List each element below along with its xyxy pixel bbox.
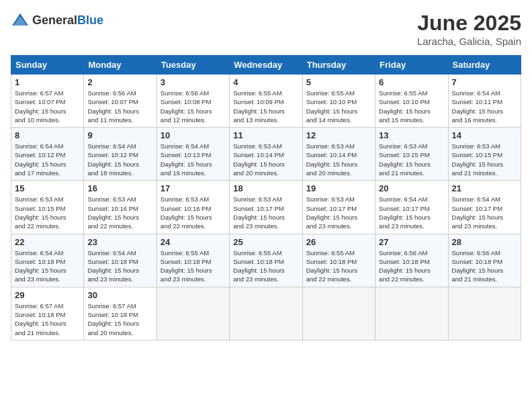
location-title: Laracha, Galicia, Spain xyxy=(417,36,521,47)
day-number: 15 xyxy=(15,183,80,193)
day-info: Sunrise: 6:55 AM Sunset: 10:10 PM Daylig… xyxy=(306,89,371,124)
day-number: 11 xyxy=(233,130,298,140)
day-info: Sunrise: 6:53 AM Sunset: 10:15 PM Daylig… xyxy=(15,195,80,230)
day-info: Sunrise: 6:53 AM Sunset: 10:15 PM Daylig… xyxy=(379,142,444,177)
day-number: 17 xyxy=(161,183,226,193)
logo: GeneralBlue xyxy=(11,11,103,30)
week-row-1: 8Sunrise: 6:54 AM Sunset: 10:12 PM Dayli… xyxy=(11,128,521,181)
day-cell: 27Sunrise: 6:56 AM Sunset: 10:18 PM Dayl… xyxy=(375,234,448,287)
day-cell: 5Sunrise: 6:55 AM Sunset: 10:10 PM Dayli… xyxy=(302,75,375,128)
day-cell: 26Sunrise: 6:55 AM Sunset: 10:18 PM Dayl… xyxy=(302,234,375,287)
day-number: 21 xyxy=(452,183,517,193)
day-cell: 16Sunrise: 6:53 AM Sunset: 10:16 PM Dayl… xyxy=(84,181,157,234)
day-info: Sunrise: 6:56 AM Sunset: 10:08 PM Daylig… xyxy=(161,89,226,124)
day-cell: 30Sunrise: 6:57 AM Sunset: 10:18 PM Dayl… xyxy=(84,287,157,340)
month-title: June 2025 xyxy=(417,11,521,36)
header-monday: Monday xyxy=(84,56,157,75)
logo-icon xyxy=(11,11,30,30)
day-number: 16 xyxy=(87,183,152,193)
day-cell: 23Sunrise: 6:54 AM Sunset: 10:18 PM Dayl… xyxy=(84,234,157,287)
day-number: 9 xyxy=(87,130,152,140)
header-wednesday: Wednesday xyxy=(230,56,302,75)
day-info: Sunrise: 6:54 AM Sunset: 10:13 PM Daylig… xyxy=(161,142,226,177)
day-cell: 1Sunrise: 6:57 AM Sunset: 10:07 PM Dayli… xyxy=(11,75,84,128)
day-number: 29 xyxy=(15,290,80,300)
day-info: Sunrise: 6:54 AM Sunset: 10:18 PM Daylig… xyxy=(15,248,80,284)
day-info: Sunrise: 6:55 AM Sunset: 10:18 PM Daylig… xyxy=(233,248,298,284)
day-info: Sunrise: 6:57 AM Sunset: 10:18 PM Daylig… xyxy=(87,302,152,337)
day-cell: 14Sunrise: 6:53 AM Sunset: 10:15 PM Dayl… xyxy=(448,128,521,181)
day-cell: 19Sunrise: 6:53 AM Sunset: 10:17 PM Dayl… xyxy=(302,181,375,234)
header-saturday: Saturday xyxy=(448,56,521,75)
day-number: 26 xyxy=(306,237,371,247)
day-info: Sunrise: 6:54 AM Sunset: 10:12 PM Daylig… xyxy=(15,142,80,177)
day-cell: 22Sunrise: 6:54 AM Sunset: 10:18 PM Dayl… xyxy=(11,234,84,287)
week-row-2: 15Sunrise: 6:53 AM Sunset: 10:15 PM Dayl… xyxy=(11,181,521,234)
day-info: Sunrise: 6:56 AM Sunset: 10:18 PM Daylig… xyxy=(379,248,444,284)
day-cell: 8Sunrise: 6:54 AM Sunset: 10:12 PM Dayli… xyxy=(11,128,84,181)
day-info: Sunrise: 6:53 AM Sunset: 10:17 PM Daylig… xyxy=(306,195,371,230)
day-number: 10 xyxy=(161,130,226,140)
day-cell xyxy=(302,287,375,340)
day-number: 6 xyxy=(379,77,444,87)
day-number: 23 xyxy=(87,237,152,247)
header-friday: Friday xyxy=(375,56,448,75)
logo-text-blue: Blue xyxy=(77,13,103,27)
header-thursday: Thursday xyxy=(302,56,375,75)
day-cell: 21Sunrise: 6:54 AM Sunset: 10:17 PM Dayl… xyxy=(448,181,521,234)
day-cell: 7Sunrise: 6:54 AM Sunset: 10:11 PM Dayli… xyxy=(448,75,521,128)
day-cell xyxy=(448,287,521,340)
day-number: 14 xyxy=(452,130,517,140)
week-row-3: 22Sunrise: 6:54 AM Sunset: 10:18 PM Dayl… xyxy=(11,234,521,287)
day-number: 2 xyxy=(87,77,152,87)
header-tuesday: Tuesday xyxy=(157,56,229,75)
day-number: 25 xyxy=(233,237,298,247)
day-cell: 6Sunrise: 6:55 AM Sunset: 10:10 PM Dayli… xyxy=(375,75,448,128)
day-number: 4 xyxy=(233,77,298,87)
day-info: Sunrise: 6:53 AM Sunset: 10:15 PM Daylig… xyxy=(452,142,517,177)
day-cell: 18Sunrise: 6:53 AM Sunset: 10:17 PM Dayl… xyxy=(230,181,302,234)
day-cell xyxy=(230,287,302,340)
day-info: Sunrise: 6:54 AM Sunset: 10:12 PM Daylig… xyxy=(87,142,152,177)
day-number: 1 xyxy=(15,77,80,87)
day-cell: 24Sunrise: 6:55 AM Sunset: 10:18 PM Dayl… xyxy=(157,234,229,287)
day-cell: 12Sunrise: 6:53 AM Sunset: 10:14 PM Dayl… xyxy=(302,128,375,181)
day-cell: 3Sunrise: 6:56 AM Sunset: 10:08 PM Dayli… xyxy=(157,75,229,128)
day-info: Sunrise: 6:54 AM Sunset: 10:17 PM Daylig… xyxy=(452,195,517,230)
day-info: Sunrise: 6:54 AM Sunset: 10:17 PM Daylig… xyxy=(379,195,444,230)
day-info: Sunrise: 6:56 AM Sunset: 10:07 PM Daylig… xyxy=(87,89,152,124)
day-info: Sunrise: 6:57 AM Sunset: 10:18 PM Daylig… xyxy=(15,302,80,337)
day-cell: 15Sunrise: 6:53 AM Sunset: 10:15 PM Dayl… xyxy=(11,181,84,234)
day-number: 28 xyxy=(452,237,517,247)
day-cell: 29Sunrise: 6:57 AM Sunset: 10:18 PM Dayl… xyxy=(11,287,84,340)
day-info: Sunrise: 6:53 AM Sunset: 10:16 PM Daylig… xyxy=(161,195,226,230)
day-info: Sunrise: 6:56 AM Sunset: 10:18 PM Daylig… xyxy=(452,248,517,284)
day-cell: 13Sunrise: 6:53 AM Sunset: 10:15 PM Dayl… xyxy=(375,128,448,181)
day-cell: 28Sunrise: 6:56 AM Sunset: 10:18 PM Dayl… xyxy=(448,234,521,287)
header-sunday: Sunday xyxy=(11,56,84,75)
day-info: Sunrise: 6:55 AM Sunset: 10:18 PM Daylig… xyxy=(306,248,371,284)
day-number: 3 xyxy=(161,77,226,87)
logo-text-general: General xyxy=(32,13,77,27)
day-info: Sunrise: 6:55 AM Sunset: 10:09 PM Daylig… xyxy=(233,89,298,124)
day-info: Sunrise: 6:54 AM Sunset: 10:18 PM Daylig… xyxy=(87,248,152,284)
day-info: Sunrise: 6:53 AM Sunset: 10:17 PM Daylig… xyxy=(233,195,298,230)
day-cell: 20Sunrise: 6:54 AM Sunset: 10:17 PM Dayl… xyxy=(375,181,448,234)
day-number: 22 xyxy=(15,237,80,247)
day-number: 27 xyxy=(379,237,444,247)
day-cell xyxy=(375,287,448,340)
day-number: 24 xyxy=(161,237,226,247)
day-number: 12 xyxy=(306,130,371,140)
day-cell: 10Sunrise: 6:54 AM Sunset: 10:13 PM Dayl… xyxy=(157,128,229,181)
week-row-0: 1Sunrise: 6:57 AM Sunset: 10:07 PM Dayli… xyxy=(11,75,521,128)
day-number: 30 xyxy=(87,290,152,300)
day-info: Sunrise: 6:55 AM Sunset: 10:18 PM Daylig… xyxy=(161,248,226,284)
day-info: Sunrise: 6:54 AM Sunset: 10:11 PM Daylig… xyxy=(452,89,517,124)
day-cell: 25Sunrise: 6:55 AM Sunset: 10:18 PM Dayl… xyxy=(230,234,302,287)
week-row-4: 29Sunrise: 6:57 AM Sunset: 10:18 PM Dayl… xyxy=(11,287,521,340)
day-number: 20 xyxy=(379,183,444,193)
day-number: 7 xyxy=(452,77,517,87)
day-cell: 2Sunrise: 6:56 AM Sunset: 10:07 PM Dayli… xyxy=(84,75,157,128)
day-number: 5 xyxy=(306,77,371,87)
day-info: Sunrise: 6:53 AM Sunset: 10:14 PM Daylig… xyxy=(233,142,298,177)
